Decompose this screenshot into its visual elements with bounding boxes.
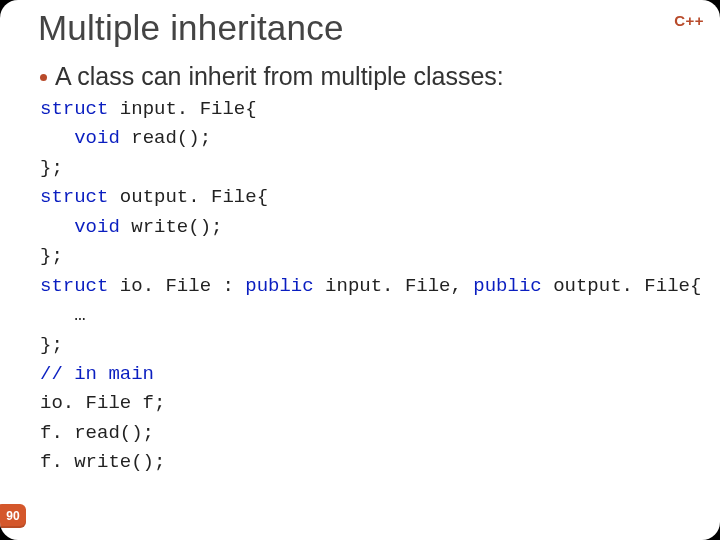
code-keyword: struct	[40, 275, 108, 297]
code-keyword: void	[74, 127, 120, 149]
code-text: io. File f;	[40, 392, 165, 414]
code-text: output. File{	[108, 186, 268, 208]
code-comment: // in main	[40, 363, 154, 385]
code-keyword: struct	[40, 98, 108, 120]
code-text: };	[40, 334, 63, 356]
code-keyword: struct	[40, 186, 108, 208]
code-block: struct input. File{ void read(); }; stru…	[40, 95, 701, 478]
page-number-badge: 90	[0, 504, 26, 528]
code-text: input. File{	[108, 98, 256, 120]
bullet-icon	[40, 74, 47, 81]
page-number: 90	[2, 509, 19, 523]
code-text: output. File{	[542, 275, 702, 297]
code-text: …	[40, 304, 86, 326]
cpp-logo: C++	[674, 12, 704, 29]
code-text: };	[40, 157, 63, 179]
bullet-item: A class can inherit from multiple classe…	[40, 62, 504, 91]
bullet-text: A class can inherit from multiple classe…	[55, 62, 504, 91]
code-text: write();	[120, 216, 223, 238]
code-keyword: void	[74, 216, 120, 238]
code-keyword: public	[473, 275, 541, 297]
slide: Multiple inheritance C++ A class can inh…	[0, 0, 720, 540]
code-text: };	[40, 245, 63, 267]
code-text: input. File,	[314, 275, 474, 297]
code-text: f. write();	[40, 451, 165, 473]
code-text: f. read();	[40, 422, 154, 444]
code-text: io. File :	[108, 275, 245, 297]
code-text: read();	[120, 127, 211, 149]
slide-title: Multiple inheritance	[38, 8, 344, 48]
code-keyword: public	[245, 275, 313, 297]
